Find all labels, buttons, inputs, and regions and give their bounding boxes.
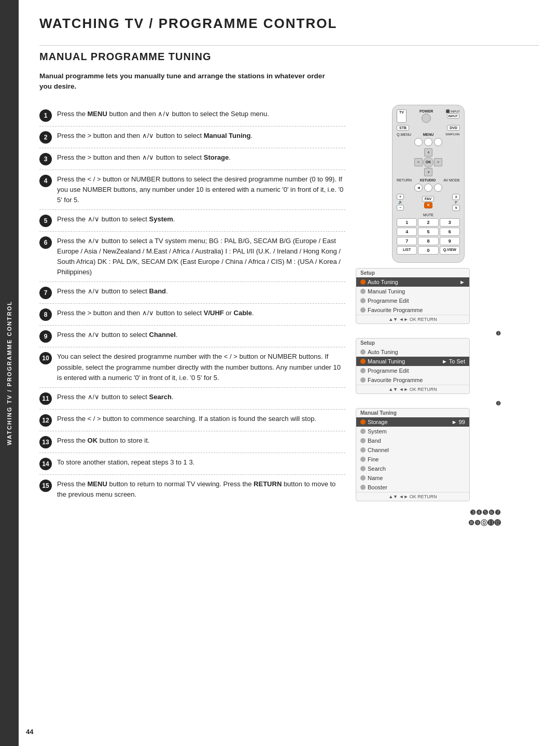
step-num-3: 3 [39,153,52,165]
remote-top-row: TV POWER ⬛ INPUT INPUT [397,109,460,123]
num-4[interactable]: 4 [397,228,417,236]
dpad-up[interactable]: ∧ [424,148,432,157]
dvd-button[interactable]: DVD [447,125,460,131]
menu-item-dot [360,485,366,490]
page-number: 44 [26,728,33,736]
num-9[interactable]: 9 [440,237,460,245]
step-num-2: 2 [39,131,52,144]
vol-down[interactable]: − [397,205,404,210]
menu2-title: Setup [356,339,469,347]
step-num-14: 14 [39,458,52,470]
step-10: 10You can select the desired programme n… [39,347,345,387]
step-num-4: 4 [39,175,52,187]
av-mode-label: AV MODE [443,178,460,182]
dpad-right[interactable]: > [434,158,442,166]
step-text-2: Press the > button and then ∧/∨ button t… [57,131,345,141]
menu2-item-1: Manual Tuning► To Set [356,357,469,366]
vol-up[interactable]: + [397,194,404,200]
step-9: 9Press the ∧/∨ button to select Channel. [39,326,345,347]
mute-button[interactable]: ✕ [424,202,432,208]
num-7[interactable]: 7 [397,237,417,245]
step-num-6: 6 [39,236,52,249]
return-label: RETURN [397,178,412,182]
num-0[interactable]: 0 [418,246,438,255]
step-text-12: Press the < / > button to commence searc… [57,414,345,424]
input-button[interactable]: INPUT [447,114,459,119]
volume-group: + 🔊 − [397,194,404,210]
menu-item-dot [360,368,366,373]
menu3-item-5: Search [356,464,469,473]
return-button[interactable]: ◀ [414,184,423,192]
step-text-13: Press the OK button to store it. [57,435,345,446]
power-button[interactable] [422,114,431,123]
menu-buttons-row [397,138,460,146]
step-7: 7Press the ∧/∨ button to select Band. [39,282,345,304]
step-num-11: 11 [39,392,52,405]
menu2-item-3: Favourite Programme [356,375,469,385]
av-mode-button[interactable] [434,184,442,192]
menu-item-dot [360,377,366,383]
menu-item-dot [360,457,366,462]
menu-item-dot [360,349,366,355]
step-num-5: 5 [39,215,52,227]
dpad-down[interactable]: ∨ [424,168,432,176]
return-row: RETURN XSTUDIO AV MODE [397,178,460,182]
step-text-4: Press the < / > button or NUMBER buttons… [57,174,345,205]
menu-item-label: System [368,428,387,434]
num-6[interactable]: 6 [440,228,460,236]
step-text-1: Press the MENU button and then ∧/∨ butto… [57,109,345,119]
menu-item-label: Band [368,438,381,444]
step-5: 5Press the ∧/∨ button to select System. [39,210,345,232]
q-menu-label: Q.MENU [397,133,411,136]
num-5[interactable]: 5 [418,228,438,236]
menu-item-dot [360,359,366,364]
menu-item-dot [360,438,366,443]
input-label: ⬛ INPUT [446,109,460,113]
q-view-button[interactable]: Q.VIEW [440,246,460,255]
step-text-8: Press the > button and then ∧/∨ button t… [57,308,345,318]
right-column: TV POWER ⬛ INPUT INPUT STB DVD [356,105,501,529]
simplink-button[interactable] [434,138,442,146]
step-text-5: Press the ∧/∨ button to select System. [57,214,345,224]
step-text-9: Press the ∧/∨ button to select Channel. [57,330,345,340]
menu2-item-2: Programme Edit [356,366,469,375]
num-3[interactable]: 3 [440,218,460,227]
p-label: P [455,201,457,204]
menu-item-label: Manual Tuning [368,358,405,364]
vol-ch-row: + 🔊 − FAV ✕ ∧ P ∨ [397,194,460,211]
menu3-item-0: Storage► 99 [356,417,469,427]
menu-item-label: Auto Tuning [368,279,398,285]
step-num-1: 1 [39,109,52,122]
page-title: WATCHING TV / PROGRAMME CONTROL [39,16,539,35]
xstudio-button[interactable] [424,184,432,192]
step-num-15: 15 [39,480,52,492]
menu-button[interactable] [424,138,432,146]
dpad-left[interactable]: < [414,158,423,166]
num-2[interactable]: 2 [418,218,438,227]
step-14: 14To store another station, repeat steps… [39,453,345,475]
menu2-wrapper: ❶ SetupAuto TuningManual Tuning► To SetP… [356,330,501,394]
circle-numbers: ❸❹❺❻❼❽❾⓪⓫⓬ [356,508,501,529]
power-label: POWER [419,109,433,113]
remote-container: TV POWER ⬛ INPUT INPUT STB DVD [356,105,501,263]
step-num-7: 7 [39,287,52,299]
tv-button[interactable]: TV [397,109,407,123]
num-8[interactable]: 8 [418,237,438,245]
stb-button[interactable]: STB [397,125,409,131]
num-1[interactable]: 1 [397,218,417,227]
step-1: 1Press the MENU button and then ∧/∨ butt… [39,105,345,126]
menu-item-label: Channel [368,447,389,453]
intro-text: Manual programme lets you manually tune … [39,71,330,92]
step-text-14: To store another station, repeat steps 3… [57,457,345,468]
mute-label: MUTE [397,213,460,217]
ok-button[interactable]: OK [423,157,433,167]
ch-up[interactable]: ∧ [452,194,460,200]
step-num-8: 8 [39,308,52,321]
menu3-item-4: Fine [356,455,469,464]
fav-button[interactable]: FAV [422,196,434,202]
menu3-item-3: Channel [356,445,469,455]
list-button[interactable]: LIST [397,246,417,255]
q-menu-button[interactable] [414,138,423,146]
ch-down[interactable]: ∨ [452,205,460,211]
menu-item-dot [360,475,366,481]
